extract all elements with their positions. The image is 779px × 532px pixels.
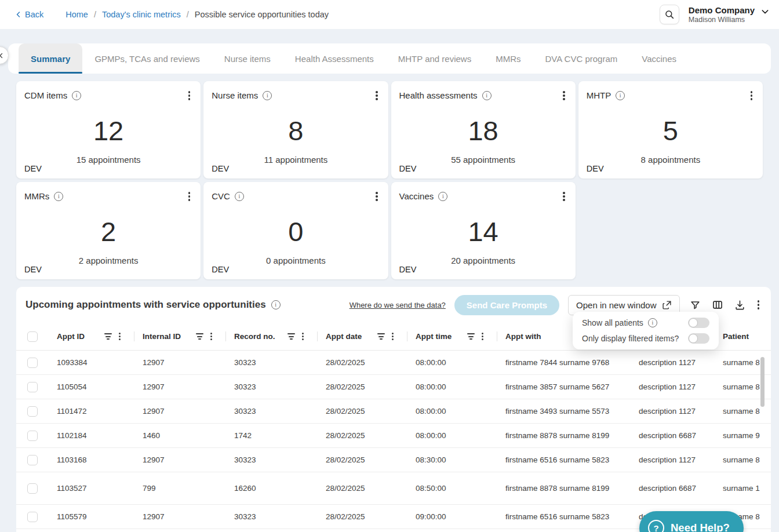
card-options-button[interactable]	[186, 190, 193, 203]
table-row: 1093384129073032328/02/202508:00:00first…	[16, 351, 771, 375]
column-filter-icon[interactable]	[467, 333, 475, 340]
card-options-button[interactable]	[373, 190, 380, 203]
row-checkbox[interactable]	[27, 406, 38, 417]
column-label: Appt with	[505, 332, 541, 341]
card-value: 14	[391, 216, 576, 247]
download-button[interactable]	[733, 298, 747, 312]
card-subtitle: 15 appointments	[16, 155, 201, 165]
need-help-button[interactable]: ? Need Help?	[639, 511, 744, 532]
table-cell: 12907	[134, 456, 226, 464]
column-menu-icon[interactable]	[210, 333, 212, 340]
card-options-button[interactable]	[560, 89, 567, 103]
table-cell: 1105054	[49, 382, 134, 391]
tab-dva-cvc-program[interactable]: DVA CVC program	[533, 43, 630, 74]
info-icon[interactable]: i	[54, 192, 63, 201]
row-checkbox[interactable]	[27, 455, 38, 465]
column-menu-icon[interactable]	[392, 333, 394, 340]
column-filter-icon[interactable]	[104, 333, 112, 340]
search-button[interactable]	[660, 5, 679, 24]
row-checkbox[interactable]	[27, 431, 38, 441]
card-options-button[interactable]	[560, 190, 567, 203]
tab-health-assessments[interactable]: Health Assessments	[283, 43, 386, 74]
vertical-scrollbar[interactable]	[760, 357, 765, 407]
filter-icon	[690, 300, 701, 311]
column-menu-icon[interactable]	[119, 333, 121, 340]
external-link-icon	[662, 300, 672, 310]
row-checkbox[interactable]	[27, 382, 38, 392]
table-cell: 30323	[226, 407, 318, 416]
breadcrumb-separator: /	[187, 10, 189, 19]
send-care-prompts-button[interactable]: Send Care Prompts	[454, 295, 559, 315]
table-cell: 1103168	[49, 456, 134, 464]
tab-gpmps-tcas-and-reviews[interactable]: GPMPs, TCAs and reviews	[82, 43, 212, 74]
table-cell: 08:00:00	[407, 431, 497, 440]
row-checkbox[interactable]	[27, 512, 38, 522]
card-title: CVC	[212, 191, 230, 201]
chevron-down-icon	[760, 7, 770, 16]
company-name: Demo Company	[689, 5, 755, 16]
card-value: 18	[391, 115, 576, 147]
table-cell: 08:00:00	[407, 407, 497, 416]
filter-button[interactable]	[689, 298, 702, 312]
show-all-patients-toggle[interactable]	[688, 318, 709, 328]
card-options-button[interactable]	[748, 89, 755, 103]
table-cell: 1742	[226, 431, 318, 440]
info-icon[interactable]: i	[72, 91, 81, 100]
column-filter-icon[interactable]	[196, 333, 203, 340]
column-menu-icon[interactable]	[482, 333, 483, 340]
card-value: 0	[203, 216, 388, 247]
card-value: 8	[203, 115, 388, 147]
table-cell: 08:00:00	[407, 382, 497, 391]
where-data-link[interactable]: Where do we send the data?	[350, 301, 446, 309]
tab-summary[interactable]: Summary	[19, 43, 82, 74]
info-icon[interactable]: i	[648, 318, 657, 327]
breadcrumb-item-today-s-clinic-metrics[interactable]: Today's clinic metrics	[102, 10, 181, 19]
table-cell: 28/02/2025	[318, 484, 407, 493]
info-icon[interactable]: i	[263, 91, 272, 100]
row-checkbox[interactable]	[27, 483, 38, 494]
open-new-window-label: Open in new window	[576, 300, 656, 310]
card-options-button[interactable]	[186, 89, 193, 103]
column-filter-icon[interactable]	[287, 333, 295, 340]
column-filter-icon[interactable]	[377, 333, 385, 340]
table-cell: 09:00:00	[407, 512, 497, 521]
need-help-label: Need Help?	[671, 522, 730, 532]
card-title: Nurse items	[212, 90, 258, 100]
tab-mhtp-and-reviews[interactable]: MHTP and reviews	[386, 43, 483, 74]
info-icon[interactable]: i	[616, 91, 625, 100]
metric-card-mmrs: MMRsi22 appointmentsDEV	[16, 182, 201, 279]
card-value: 12	[16, 115, 201, 147]
table-title: Upcoming appointments with service oppor…	[26, 299, 266, 311]
column-label: Appt time	[416, 332, 452, 341]
breadcrumb-item-possible-service-opportunities-today: Possible service opportunities today	[195, 10, 329, 19]
card-title: Health assessments	[399, 90, 478, 100]
only-filtered-toggle[interactable]	[688, 333, 709, 344]
back-button[interactable]: Back	[15, 10, 43, 19]
table-cell: 799	[134, 484, 226, 493]
account-menu[interactable]: Demo Company Madison Williams	[689, 5, 770, 24]
user-name: Madison Williams	[689, 16, 755, 24]
tab-mmrs[interactable]: MMRs	[483, 43, 533, 74]
card-options-button[interactable]	[373, 89, 380, 103]
close-panel-button[interactable]	[0, 46, 9, 64]
column-header-appt-id: Appt ID	[49, 323, 134, 350]
show-all-patients-label: Show all patients	[582, 318, 643, 327]
columns-button[interactable]	[711, 298, 725, 312]
row-checkbox[interactable]	[27, 358, 38, 368]
info-icon[interactable]: i	[271, 300, 281, 309]
info-icon[interactable]: i	[438, 192, 447, 201]
table-more-options-button[interactable]	[755, 298, 762, 312]
info-icon[interactable]: i	[482, 91, 492, 100]
tab-vaccines[interactable]: Vaccines	[629, 43, 689, 74]
table-cell: description 1127	[631, 358, 715, 367]
chevron-left-icon	[15, 11, 22, 18]
select-all-checkbox[interactable]	[27, 331, 38, 342]
breadcrumb-item-home[interactable]: Home	[65, 10, 88, 19]
table-row: 1101472129073032328/02/202508:00:00first…	[16, 399, 771, 424]
info-icon[interactable]: i	[235, 192, 244, 201]
table-cell: 30323	[226, 456, 318, 464]
breadcrumb: Home/Today's clinic metrics/Possible ser…	[65, 10, 329, 19]
table-cell: firstname 3493 surname 5573	[497, 407, 631, 416]
column-menu-icon[interactable]	[302, 333, 304, 340]
tab-nurse-items[interactable]: Nurse items	[212, 43, 283, 74]
